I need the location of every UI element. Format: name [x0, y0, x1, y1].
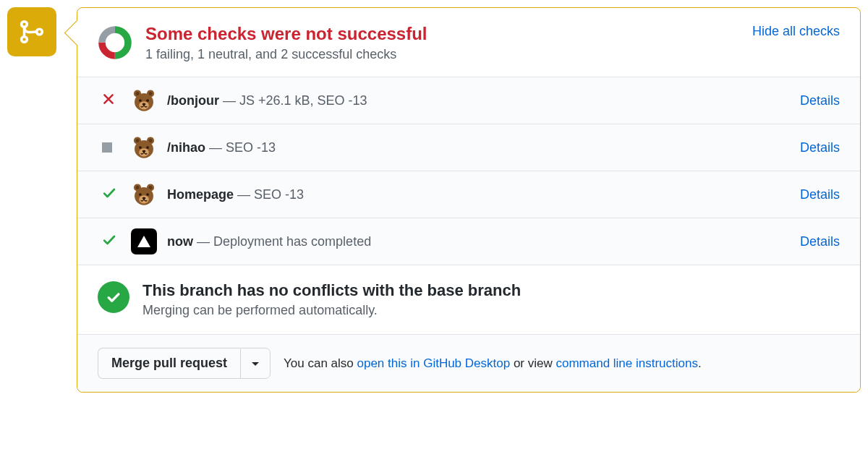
check-row: /bonjour — JS +26.1 kB, SEO -13 Details	[77, 77, 860, 124]
merge-status-title: This branch has no conflicts with the ba…	[142, 281, 521, 300]
check-text: /nihao — SEO -13	[167, 140, 276, 155]
bear-app-icon	[131, 134, 157, 160]
success-badge-icon	[98, 281, 129, 313]
merge-dropdown-button[interactable]	[240, 348, 271, 379]
merge-button-group: Merge pull request	[98, 348, 271, 379]
check-summary: SEO -13	[254, 187, 304, 202]
check-name: now	[167, 234, 193, 249]
check-row: Homepage — SEO -13 Details	[77, 171, 860, 218]
check-details-link[interactable]: Details	[800, 93, 840, 108]
checks-summary-title: Some checks were not successful	[145, 24, 427, 44]
pass-icon	[102, 186, 116, 203]
merge-pull-request-button[interactable]: Merge pull request	[98, 348, 240, 379]
svg-point-22	[146, 146, 149, 149]
check-name: Homepage	[167, 187, 234, 202]
bear-app-icon	[131, 87, 157, 113]
check-details-link[interactable]: Details	[800, 187, 840, 202]
check-summary: SEO -13	[226, 140, 276, 155]
merge-footer: Merge pull request You can also open thi…	[77, 335, 860, 392]
svg-point-2	[37, 29, 43, 35]
merge-footer-text: You can also open this in GitHub Desktop…	[284, 356, 702, 371]
merge-commit-icon	[7, 7, 56, 56]
check-text: now — Deployment has completed	[167, 234, 371, 249]
chevron-down-icon	[251, 361, 260, 367]
check-row: now — Deployment has completed Details	[77, 218, 860, 265]
cli-instructions-link[interactable]: command line instructions	[556, 356, 698, 370]
hide-all-checks-link[interactable]: Hide all checks	[752, 24, 840, 39]
check-text: Homepage — SEO -13	[167, 187, 304, 202]
svg-point-12	[139, 99, 142, 102]
check-name: /nihao	[167, 140, 205, 155]
merge-conflict-status: This branch has no conflicts with the ba…	[77, 265, 860, 335]
check-row: /nihao — SEO -13 Details	[77, 124, 860, 171]
merge-status-subtitle: Merging can be performed automatically.	[142, 303, 521, 318]
check-name: /bonjour	[167, 93, 219, 108]
neutral-icon	[102, 142, 112, 153]
open-desktop-link[interactable]: open this in GitHub Desktop	[357, 356, 510, 370]
checks-summary: Some checks were not successful 1 failin…	[77, 8, 860, 77]
svg-point-30	[139, 193, 142, 196]
check-details-link[interactable]: Details	[800, 140, 840, 155]
check-summary: JS +26.1 kB, SEO -13	[239, 93, 367, 108]
svg-point-31	[146, 193, 149, 196]
status-donut-icon	[98, 25, 132, 60]
svg-point-13	[146, 99, 149, 102]
check-details-link[interactable]: Details	[800, 234, 840, 249]
svg-point-0	[22, 22, 27, 27]
now-app-icon	[131, 228, 157, 254]
fail-icon	[102, 93, 115, 108]
svg-point-21	[139, 146, 142, 149]
pass-icon	[102, 233, 116, 250]
svg-point-1	[22, 37, 27, 43]
checks-panel: Some checks were not successful 1 failin…	[77, 7, 861, 393]
bear-app-icon	[131, 181, 157, 207]
check-summary: Deployment has completed	[213, 234, 371, 249]
check-text: /bonjour — JS +26.1 kB, SEO -13	[167, 93, 367, 108]
checks-summary-subtitle: 1 failing, 1 neutral, and 2 successful c…	[145, 47, 427, 62]
